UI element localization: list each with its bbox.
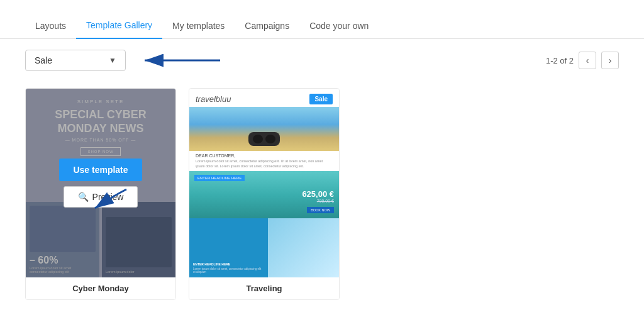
search-icon: 🔍 [78, 192, 89, 202]
tab-my-templates[interactable]: My templates [162, 13, 235, 38]
card-cyber-monday[interactable]: SIMPLE SETE SPECIAL CYBER MONDAY NEWS — … [25, 88, 176, 300]
trav-dear-label: DEAR CUSTOMER, [189, 151, 339, 159]
trav-middle-image: ENTER HEADLINE HERE 625,00 € 799,00 € BO… [189, 171, 339, 218]
trav-hero-image [189, 107, 339, 151]
use-template-button[interactable]: Use template [59, 159, 142, 181]
card-hover-overlay: Use template 🔍 Preview [26, 89, 175, 277]
tab-bar: Layouts Template Gallery My templates Ca… [0, 0, 644, 39]
trav-logo: travelbluu [196, 94, 231, 104]
traveling-preview: travelbluu Sale DEAR CUSTOMER, [189, 89, 339, 277]
prev-page-button[interactable]: ‹ [579, 52, 596, 69]
trav-bottom-row: ENTER HEADLINE HERE Lorem ipsum dolor si… [189, 218, 339, 277]
trav-bottom-right [268, 218, 339, 277]
tab-code-your-own[interactable]: Code your own [299, 13, 379, 38]
tab-campaigns[interactable]: Campaigns [235, 13, 299, 38]
toolbar-left: Sale ▼ [25, 49, 226, 72]
trav-price: 625,00 € [302, 189, 334, 199]
cards-grid: SIMPLE SETE SPECIAL CYBER MONDAY NEWS — … [0, 82, 644, 319]
preview-button[interactable]: 🔍 Preview [64, 186, 138, 208]
trav-orig-price: 799,00 € [302, 199, 334, 203]
dropdown-value: Sale [35, 55, 52, 65]
tab-template-gallery[interactable]: Template Gallery [76, 13, 162, 39]
card-traveling[interactable]: travelbluu Sale DEAR CUSTOMER, [189, 88, 340, 300]
next-page-button[interactable]: › [601, 52, 619, 69]
trav-enter-headline: ENTER HEADLINE HERE [194, 175, 245, 181]
trav-header: travelbluu Sale [189, 89, 339, 107]
trav-book-now: BOOK NOW [307, 207, 334, 213]
card-traveling-label: Traveling [189, 277, 339, 299]
trav-text-block: Lorem ipsum dolor sit amet, consectetur … [189, 159, 339, 171]
tab-layouts[interactable]: Layouts [25, 13, 76, 38]
card-traveling-image: travelbluu Sale DEAR CUSTOMER, [189, 89, 339, 277]
pagination: 1-2 of 2 ‹ › [546, 52, 619, 69]
toolbar: Sale ▼ 1-2 of 2 ‹ › [0, 39, 644, 82]
blue-arrow-annotation [138, 49, 226, 72]
trav-price-box: 625,00 € 799,00 € BOOK NOW [302, 189, 334, 213]
trav-bottom-left: ENTER HEADLINE HERE Lorem ipsum dolor si… [189, 218, 268, 277]
card-cyber-monday-image: SIMPLE SETE SPECIAL CYBER MONDAY NEWS — … [26, 89, 175, 277]
trav-bottom-small-text: Lorem ipsum dolor sit amet, consectetur … [193, 267, 264, 274]
card-cyber-monday-label: Cyber Monday [26, 277, 175, 299]
trav-bottom-headline: ENTER HEADLINE HERE [193, 262, 264, 266]
chevron-down-icon: ▼ [109, 56, 116, 65]
trav-sale-badge: Sale [309, 94, 333, 104]
pagination-label: 1-2 of 2 [546, 56, 574, 65]
category-dropdown[interactable]: Sale ▼ [25, 50, 126, 71]
